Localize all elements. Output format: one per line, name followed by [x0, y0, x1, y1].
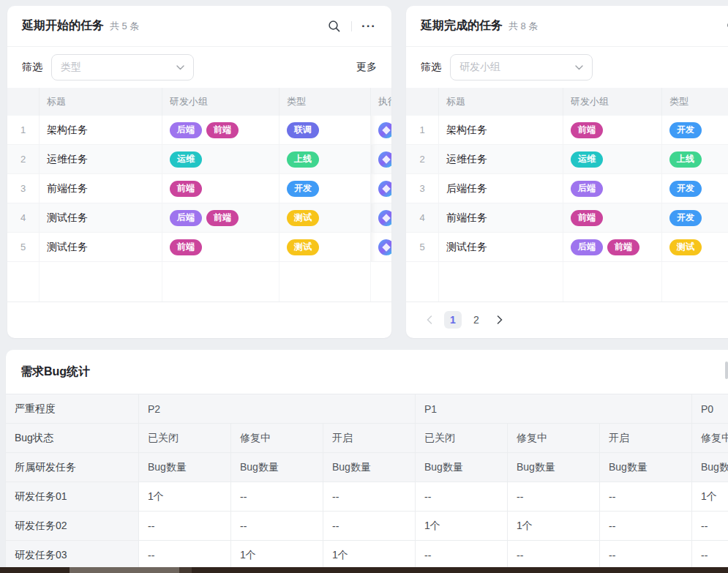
chevron-left-icon[interactable]: [421, 311, 438, 329]
filter-label: 筛选: [22, 61, 42, 74]
column-header: 标题: [439, 88, 563, 116]
table-row[interactable]: 1架构任务前端开发: [406, 116, 728, 145]
row-index: 5: [7, 233, 40, 261]
group-tag: 前端: [571, 122, 603, 138]
status-header: 修复中: [508, 424, 600, 452]
group-tag: 后端: [170, 122, 202, 138]
row-index: 3: [7, 174, 40, 203]
page-2-button[interactable]: 2: [468, 311, 485, 329]
bug-count-header: Bug数量: [692, 453, 728, 482]
type-tag-cell: 测试: [279, 203, 371, 232]
table-row[interactable]: 1架构任务后端前端联调: [7, 116, 391, 145]
bug-count-value: --: [692, 512, 728, 540]
type-tag: 开发: [669, 122, 702, 138]
search-icon[interactable]: [725, 18, 728, 34]
assignee-avatar: [378, 210, 391, 226]
filler-cell: [563, 262, 662, 302]
group-tags-cell: 前端: [563, 203, 662, 232]
group-tag: 前端: [607, 239, 639, 255]
column-header: 类型: [279, 88, 371, 116]
column-header-index: [406, 88, 439, 116]
status-row-label: Bug状态: [6, 424, 139, 452]
pagination: 12: [406, 302, 728, 337]
panel-title-group: 延期完成的任务共 8 条: [421, 18, 538, 34]
status-row: Bug状态已关闭修复中开启已关闭修复中开启修复中: [6, 424, 728, 453]
panel-header: 延期完成的任务共 8 条 ···: [406, 6, 728, 47]
task-title: 架构任务: [40, 116, 162, 144]
bug-count-value: --: [508, 482, 600, 511]
task-title: 运维任务: [40, 145, 162, 173]
type-filter-select[interactable]: 类型: [51, 54, 194, 80]
filler-cell: [439, 262, 563, 302]
table-row[interactable]: 5测试任务后端前端测试: [406, 233, 728, 262]
table-row[interactable]: 2运维任务运维上线: [406, 145, 728, 174]
filler-cell: [279, 262, 371, 302]
bug-count-header: Bug数量: [323, 453, 416, 482]
more-glyph: ···: [361, 23, 376, 30]
task-name: 研发任务03: [6, 541, 139, 569]
group-tag: 前端: [170, 239, 202, 255]
panel-header: 需求Bug统计: [6, 350, 728, 394]
row-index: 4: [7, 203, 40, 232]
table-row[interactable]: 5测试任务前端测试: [7, 233, 391, 262]
task-title: 运维任务: [439, 145, 563, 173]
type-tag-cell: 开发: [662, 116, 728, 144]
filler-cell: [371, 262, 391, 302]
table-row[interactable]: 3前端任务前端开发: [7, 174, 391, 203]
bug-count-value: --: [323, 512, 416, 540]
chevron-right-icon[interactable]: [491, 311, 509, 329]
header-actions: ···: [725, 18, 728, 34]
more-filters-link[interactable]: 更多: [356, 61, 377, 74]
table-row[interactable]: 4前端任务前端开发: [406, 203, 728, 233]
row-index: 5: [406, 233, 439, 261]
more-menu-icon[interactable]: ···: [361, 18, 377, 34]
group-tag: 前端: [170, 181, 202, 197]
type-tag: 联调: [287, 122, 319, 138]
task-title: 前端任务: [439, 203, 563, 232]
type-tag-cell: 上线: [662, 145, 728, 173]
bug-count-value: 1个: [692, 482, 728, 511]
group-tags-cell: 运维: [563, 145, 662, 173]
bug-count-header: Bug数量: [508, 453, 600, 482]
type-tag: 上线: [669, 151, 702, 168]
search-icon[interactable]: [326, 18, 342, 34]
clipped-divider-icon: [725, 362, 728, 379]
filter-row: 筛选 类型 更多: [7, 47, 391, 88]
group-tag: 后端: [571, 181, 603, 197]
panel-header: 延期开始的任务共 5 条 ···: [7, 6, 391, 47]
task-table: 标题研发小组类型1架构任务前端开发2运维任务运维上线3后端任务后端开发4前端任务…: [406, 88, 728, 302]
header-actions: ···: [326, 18, 377, 34]
bug-count-value: --: [139, 541, 231, 569]
filter-label: 筛选: [421, 61, 441, 74]
row-index: 2: [7, 145, 40, 173]
type-tag-cell: 联调: [279, 116, 371, 144]
bug-count-header: Bug数量: [231, 453, 323, 482]
page-1-button[interactable]: 1: [444, 311, 462, 329]
horizontal-scrollbar[interactable]: [0, 567, 728, 573]
panel-title: 延期开始的任务: [22, 19, 104, 31]
table-row[interactable]: 3后端任务后端开发: [406, 174, 728, 203]
table-row[interactable]: 4测试任务后端前端测试: [7, 203, 391, 233]
bug-count-value: --: [139, 512, 231, 540]
table-row[interactable]: 2运维任务运维上线: [7, 145, 391, 174]
bug-count-header: Bug数量: [139, 453, 231, 482]
bug-count-value: 1个: [416, 512, 508, 540]
bug-count-value: 1个: [231, 541, 323, 569]
table-filler-row: [406, 262, 728, 302]
panel-title-group: 延期开始的任务共 5 条: [22, 18, 139, 34]
group-tag: 前端: [206, 122, 239, 138]
panel-title: 延期完成的任务: [421, 19, 503, 31]
column-header: 类型: [662, 88, 728, 116]
group-filter-select[interactable]: 研发小组: [450, 54, 593, 80]
bug-data-row: 研发任务02------1个1个----: [6, 512, 728, 541]
scrollbar-thumb[interactable]: [70, 567, 179, 573]
status-header: 修复中: [692, 424, 728, 452]
group-tags-cell: 后端前端: [162, 116, 279, 144]
group-tag: 前端: [571, 210, 603, 226]
dashboard: 延期开始的任务共 5 条 ··· 筛选 类型 更多 标题研发小组类型执行人1架构…: [0, 0, 728, 573]
column-header: 执行人: [371, 88, 391, 116]
severity-row: 严重程度P2P1P0: [6, 394, 728, 424]
filler-cell: [40, 262, 162, 302]
panel-delayed-finish-tasks: 延期完成的任务共 8 条 ··· 筛选 研发小组 标题研发小组类型1架构任务前端…: [406, 6, 728, 338]
task-row-label: 所属研发任务: [6, 453, 139, 482]
